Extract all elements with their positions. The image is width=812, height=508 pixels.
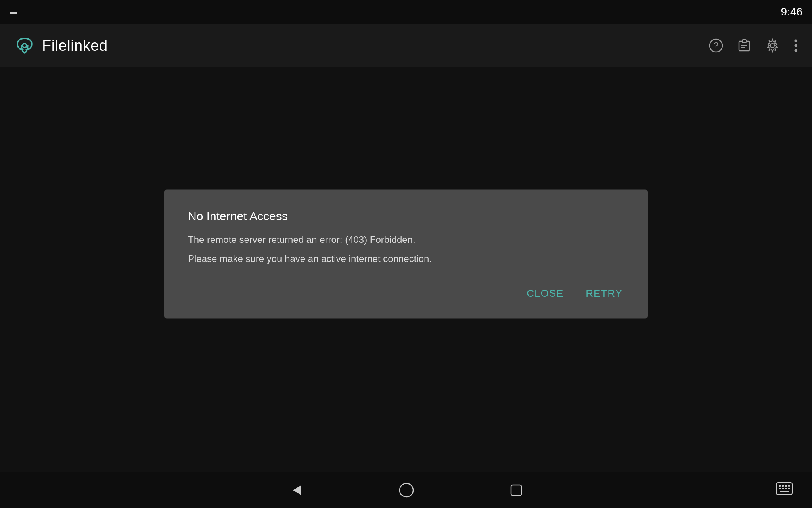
svg-rect-22 bbox=[788, 488, 790, 489]
main-content: No Internet Access The remote server ret… bbox=[0, 67, 812, 472]
svg-point-7 bbox=[770, 44, 774, 48]
svg-point-8 bbox=[795, 40, 797, 42]
home-button[interactable] bbox=[398, 482, 414, 498]
keyboard-icon[interactable] bbox=[776, 482, 793, 498]
retry-button[interactable]: RETRY bbox=[584, 284, 624, 303]
app-logo-icon bbox=[14, 35, 35, 56]
clipboard-icon[interactable] bbox=[737, 39, 751, 52]
svg-rect-23 bbox=[780, 491, 789, 492]
nav-right bbox=[776, 482, 793, 498]
nav-bar bbox=[0, 472, 812, 508]
error-dialog: No Internet Access The remote server ret… bbox=[164, 190, 648, 319]
dialog-error-text: The remote server returned an error: (40… bbox=[188, 234, 624, 245]
dialog-title: No Internet Access bbox=[188, 210, 624, 223]
svg-rect-13 bbox=[511, 485, 521, 495]
status-bar-left: ▬ bbox=[10, 8, 17, 16]
svg-rect-16 bbox=[782, 485, 784, 487]
svg-marker-11 bbox=[293, 485, 301, 495]
app-title: Filelinked bbox=[42, 37, 108, 54]
status-bar: ▬ 9:46 bbox=[0, 0, 812, 24]
svg-point-10 bbox=[795, 49, 797, 52]
svg-point-0 bbox=[23, 44, 27, 48]
svg-point-9 bbox=[795, 44, 797, 47]
svg-rect-21 bbox=[785, 488, 787, 489]
close-button[interactable]: CLOSE bbox=[525, 284, 565, 303]
svg-rect-18 bbox=[788, 485, 790, 487]
nav-center bbox=[289, 482, 523, 498]
dialog-actions: CLOSE RETRY bbox=[188, 284, 624, 303]
more-options-icon[interactable] bbox=[794, 38, 798, 53]
recents-button[interactable] bbox=[509, 483, 523, 497]
svg-text:?: ? bbox=[714, 40, 718, 50]
dialog-message-text: Please make sure you have an active inte… bbox=[188, 253, 624, 264]
app-logo-area: Filelinked bbox=[14, 35, 108, 56]
back-button[interactable] bbox=[289, 483, 303, 497]
status-time: 9:46 bbox=[781, 6, 803, 18]
dialog-overlay: No Internet Access The remote server ret… bbox=[0, 67, 812, 472]
svg-rect-4 bbox=[742, 40, 746, 43]
svg-rect-20 bbox=[782, 488, 784, 489]
settings-icon[interactable] bbox=[765, 38, 779, 53]
help-icon[interactable]: ? bbox=[709, 38, 723, 53]
svg-rect-15 bbox=[779, 485, 781, 487]
svg-point-12 bbox=[400, 483, 413, 497]
app-bar: Filelinked ? bbox=[0, 24, 812, 67]
app-bar-actions: ? bbox=[709, 38, 798, 53]
svg-rect-17 bbox=[785, 485, 787, 487]
svg-rect-19 bbox=[779, 488, 781, 489]
signal-icon: ▬ bbox=[10, 8, 17, 16]
